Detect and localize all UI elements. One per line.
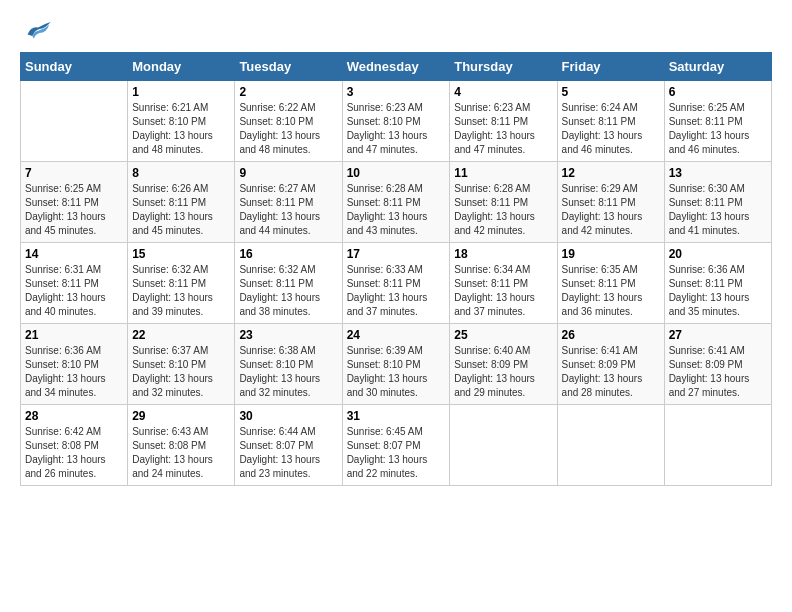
day-number: 16 bbox=[239, 247, 337, 261]
day-info: Sunrise: 6:42 AM Sunset: 8:08 PM Dayligh… bbox=[25, 425, 123, 481]
header-day-friday: Friday bbox=[557, 53, 664, 81]
day-info: Sunrise: 6:23 AM Sunset: 8:11 PM Dayligh… bbox=[454, 101, 552, 157]
day-info: Sunrise: 6:34 AM Sunset: 8:11 PM Dayligh… bbox=[454, 263, 552, 319]
calendar-cell: 20Sunrise: 6:36 AM Sunset: 8:11 PM Dayli… bbox=[664, 243, 771, 324]
day-number: 25 bbox=[454, 328, 552, 342]
calendar-cell: 17Sunrise: 6:33 AM Sunset: 8:11 PM Dayli… bbox=[342, 243, 450, 324]
header-day-tuesday: Tuesday bbox=[235, 53, 342, 81]
day-number: 30 bbox=[239, 409, 337, 423]
day-number: 11 bbox=[454, 166, 552, 180]
header-day-wednesday: Wednesday bbox=[342, 53, 450, 81]
calendar-cell: 8Sunrise: 6:26 AM Sunset: 8:11 PM Daylig… bbox=[128, 162, 235, 243]
day-number: 10 bbox=[347, 166, 446, 180]
calendar-cell: 10Sunrise: 6:28 AM Sunset: 8:11 PM Dayli… bbox=[342, 162, 450, 243]
calendar-cell: 22Sunrise: 6:37 AM Sunset: 8:10 PM Dayli… bbox=[128, 324, 235, 405]
day-info: Sunrise: 6:38 AM Sunset: 8:10 PM Dayligh… bbox=[239, 344, 337, 400]
day-number: 26 bbox=[562, 328, 660, 342]
week-row-3: 14Sunrise: 6:31 AM Sunset: 8:11 PM Dayli… bbox=[21, 243, 772, 324]
calendar-cell: 31Sunrise: 6:45 AM Sunset: 8:07 PM Dayli… bbox=[342, 405, 450, 486]
day-number: 5 bbox=[562, 85, 660, 99]
calendar-cell: 12Sunrise: 6:29 AM Sunset: 8:11 PM Dayli… bbox=[557, 162, 664, 243]
header-row: SundayMondayTuesdayWednesdayThursdayFrid… bbox=[21, 53, 772, 81]
day-info: Sunrise: 6:30 AM Sunset: 8:11 PM Dayligh… bbox=[669, 182, 767, 238]
day-info: Sunrise: 6:36 AM Sunset: 8:11 PM Dayligh… bbox=[669, 263, 767, 319]
day-info: Sunrise: 6:32 AM Sunset: 8:11 PM Dayligh… bbox=[132, 263, 230, 319]
day-info: Sunrise: 6:45 AM Sunset: 8:07 PM Dayligh… bbox=[347, 425, 446, 481]
day-info: Sunrise: 6:31 AM Sunset: 8:11 PM Dayligh… bbox=[25, 263, 123, 319]
week-row-1: 1Sunrise: 6:21 AM Sunset: 8:10 PM Daylig… bbox=[21, 81, 772, 162]
day-info: Sunrise: 6:39 AM Sunset: 8:10 PM Dayligh… bbox=[347, 344, 446, 400]
week-row-4: 21Sunrise: 6:36 AM Sunset: 8:10 PM Dayli… bbox=[21, 324, 772, 405]
calendar-cell: 16Sunrise: 6:32 AM Sunset: 8:11 PM Dayli… bbox=[235, 243, 342, 324]
day-number: 9 bbox=[239, 166, 337, 180]
header-day-saturday: Saturday bbox=[664, 53, 771, 81]
day-info: Sunrise: 6:41 AM Sunset: 8:09 PM Dayligh… bbox=[669, 344, 767, 400]
day-info: Sunrise: 6:23 AM Sunset: 8:10 PM Dayligh… bbox=[347, 101, 446, 157]
calendar-cell bbox=[21, 81, 128, 162]
day-number: 19 bbox=[562, 247, 660, 261]
day-info: Sunrise: 6:41 AM Sunset: 8:09 PM Dayligh… bbox=[562, 344, 660, 400]
day-info: Sunrise: 6:44 AM Sunset: 8:07 PM Dayligh… bbox=[239, 425, 337, 481]
day-number: 13 bbox=[669, 166, 767, 180]
calendar-cell: 25Sunrise: 6:40 AM Sunset: 8:09 PM Dayli… bbox=[450, 324, 557, 405]
day-number: 6 bbox=[669, 85, 767, 99]
logo bbox=[20, 20, 52, 42]
day-info: Sunrise: 6:32 AM Sunset: 8:11 PM Dayligh… bbox=[239, 263, 337, 319]
day-number: 12 bbox=[562, 166, 660, 180]
calendar-cell: 29Sunrise: 6:43 AM Sunset: 8:08 PM Dayli… bbox=[128, 405, 235, 486]
calendar-cell bbox=[557, 405, 664, 486]
calendar-cell: 5Sunrise: 6:24 AM Sunset: 8:11 PM Daylig… bbox=[557, 81, 664, 162]
header-day-sunday: Sunday bbox=[21, 53, 128, 81]
day-info: Sunrise: 6:21 AM Sunset: 8:10 PM Dayligh… bbox=[132, 101, 230, 157]
day-info: Sunrise: 6:28 AM Sunset: 8:11 PM Dayligh… bbox=[347, 182, 446, 238]
calendar-cell: 18Sunrise: 6:34 AM Sunset: 8:11 PM Dayli… bbox=[450, 243, 557, 324]
calendar-cell: 3Sunrise: 6:23 AM Sunset: 8:10 PM Daylig… bbox=[342, 81, 450, 162]
day-info: Sunrise: 6:29 AM Sunset: 8:11 PM Dayligh… bbox=[562, 182, 660, 238]
calendar-cell: 27Sunrise: 6:41 AM Sunset: 8:09 PM Dayli… bbox=[664, 324, 771, 405]
day-number: 15 bbox=[132, 247, 230, 261]
calendar-cell: 7Sunrise: 6:25 AM Sunset: 8:11 PM Daylig… bbox=[21, 162, 128, 243]
day-number: 18 bbox=[454, 247, 552, 261]
calendar-cell bbox=[664, 405, 771, 486]
calendar-cell: 28Sunrise: 6:42 AM Sunset: 8:08 PM Dayli… bbox=[21, 405, 128, 486]
calendar-cell: 4Sunrise: 6:23 AM Sunset: 8:11 PM Daylig… bbox=[450, 81, 557, 162]
day-number: 21 bbox=[25, 328, 123, 342]
calendar-cell: 11Sunrise: 6:28 AM Sunset: 8:11 PM Dayli… bbox=[450, 162, 557, 243]
day-info: Sunrise: 6:33 AM Sunset: 8:11 PM Dayligh… bbox=[347, 263, 446, 319]
calendar-cell: 13Sunrise: 6:30 AM Sunset: 8:11 PM Dayli… bbox=[664, 162, 771, 243]
day-info: Sunrise: 6:27 AM Sunset: 8:11 PM Dayligh… bbox=[239, 182, 337, 238]
week-row-2: 7Sunrise: 6:25 AM Sunset: 8:11 PM Daylig… bbox=[21, 162, 772, 243]
day-number: 24 bbox=[347, 328, 446, 342]
day-info: Sunrise: 6:22 AM Sunset: 8:10 PM Dayligh… bbox=[239, 101, 337, 157]
calendar-cell: 26Sunrise: 6:41 AM Sunset: 8:09 PM Dayli… bbox=[557, 324, 664, 405]
day-number: 23 bbox=[239, 328, 337, 342]
day-number: 28 bbox=[25, 409, 123, 423]
calendar-cell bbox=[450, 405, 557, 486]
day-info: Sunrise: 6:37 AM Sunset: 8:10 PM Dayligh… bbox=[132, 344, 230, 400]
day-number: 27 bbox=[669, 328, 767, 342]
header-day-thursday: Thursday bbox=[450, 53, 557, 81]
calendar-cell: 23Sunrise: 6:38 AM Sunset: 8:10 PM Dayli… bbox=[235, 324, 342, 405]
day-info: Sunrise: 6:43 AM Sunset: 8:08 PM Dayligh… bbox=[132, 425, 230, 481]
day-number: 8 bbox=[132, 166, 230, 180]
day-number: 1 bbox=[132, 85, 230, 99]
week-row-5: 28Sunrise: 6:42 AM Sunset: 8:08 PM Dayli… bbox=[21, 405, 772, 486]
day-info: Sunrise: 6:24 AM Sunset: 8:11 PM Dayligh… bbox=[562, 101, 660, 157]
calendar-cell: 15Sunrise: 6:32 AM Sunset: 8:11 PM Dayli… bbox=[128, 243, 235, 324]
day-info: Sunrise: 6:25 AM Sunset: 8:11 PM Dayligh… bbox=[25, 182, 123, 238]
day-info: Sunrise: 6:28 AM Sunset: 8:11 PM Dayligh… bbox=[454, 182, 552, 238]
calendar-cell: 2Sunrise: 6:22 AM Sunset: 8:10 PM Daylig… bbox=[235, 81, 342, 162]
calendar-cell: 14Sunrise: 6:31 AM Sunset: 8:11 PM Dayli… bbox=[21, 243, 128, 324]
day-number: 20 bbox=[669, 247, 767, 261]
header-day-monday: Monday bbox=[128, 53, 235, 81]
calendar-table: SundayMondayTuesdayWednesdayThursdayFrid… bbox=[20, 52, 772, 486]
day-info: Sunrise: 6:40 AM Sunset: 8:09 PM Dayligh… bbox=[454, 344, 552, 400]
calendar-cell: 1Sunrise: 6:21 AM Sunset: 8:10 PM Daylig… bbox=[128, 81, 235, 162]
header bbox=[20, 20, 772, 42]
day-number: 7 bbox=[25, 166, 123, 180]
calendar-cell: 24Sunrise: 6:39 AM Sunset: 8:10 PM Dayli… bbox=[342, 324, 450, 405]
calendar-cell: 6Sunrise: 6:25 AM Sunset: 8:11 PM Daylig… bbox=[664, 81, 771, 162]
calendar-cell: 9Sunrise: 6:27 AM Sunset: 8:11 PM Daylig… bbox=[235, 162, 342, 243]
calendar-cell: 19Sunrise: 6:35 AM Sunset: 8:11 PM Dayli… bbox=[557, 243, 664, 324]
day-info: Sunrise: 6:35 AM Sunset: 8:11 PM Dayligh… bbox=[562, 263, 660, 319]
